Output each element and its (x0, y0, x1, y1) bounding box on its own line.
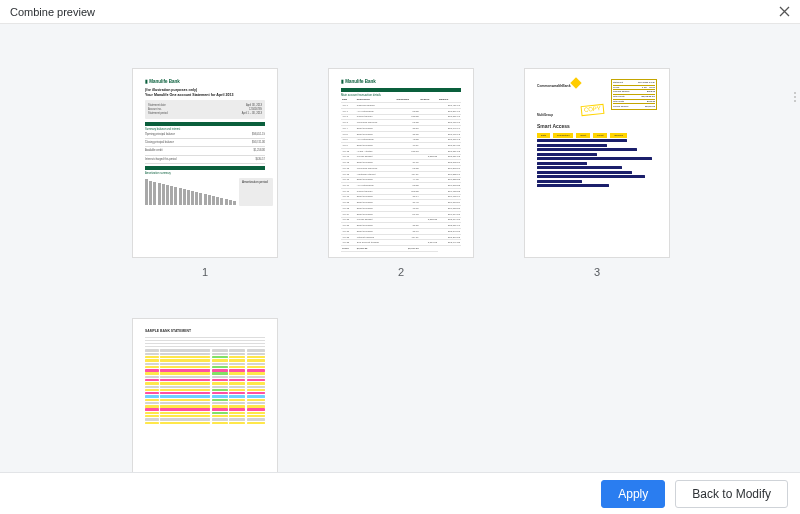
apply-button[interactable]: Apply (601, 480, 665, 508)
page-number: 2 (398, 266, 404, 278)
page-cell-1: ▮ Manulife Bank(for illustration purpose… (132, 68, 278, 278)
dialog-header: Combine preview (0, 0, 800, 24)
page-cell-2: ▮ Manulife BankMain account transaction … (328, 68, 474, 278)
dialog-title: Combine preview (10, 6, 95, 18)
page-cell-3: CommonwealthBankStatement119 (Page 1 of … (524, 68, 670, 278)
page-cell-4: SAMPLE BANK STATEMENT 4 (132, 318, 278, 472)
close-button[interactable] (776, 4, 792, 20)
preview-area: ▮ Manulife Bank(for illustration purpose… (0, 24, 800, 472)
back-to-modify-button[interactable]: Back to Modify (675, 480, 788, 508)
page-thumbnail-3[interactable]: CommonwealthBankStatement119 (Page 1 of … (524, 68, 670, 258)
pages-grid: ▮ Manulife Bank(for illustration purpose… (0, 68, 800, 472)
page-thumbnail-1[interactable]: ▮ Manulife Bank(for illustration purpose… (132, 68, 278, 258)
page-number: 3 (594, 266, 600, 278)
close-icon (779, 6, 790, 17)
page-thumbnail-2[interactable]: ▮ Manulife BankMain account transaction … (328, 68, 474, 258)
page-thumbnail-4[interactable]: SAMPLE BANK STATEMENT (132, 318, 278, 472)
page-number: 1 (202, 266, 208, 278)
scroll-handle-icon[interactable] (794, 92, 800, 102)
footer-bar: Apply Back to Modify (0, 472, 800, 514)
